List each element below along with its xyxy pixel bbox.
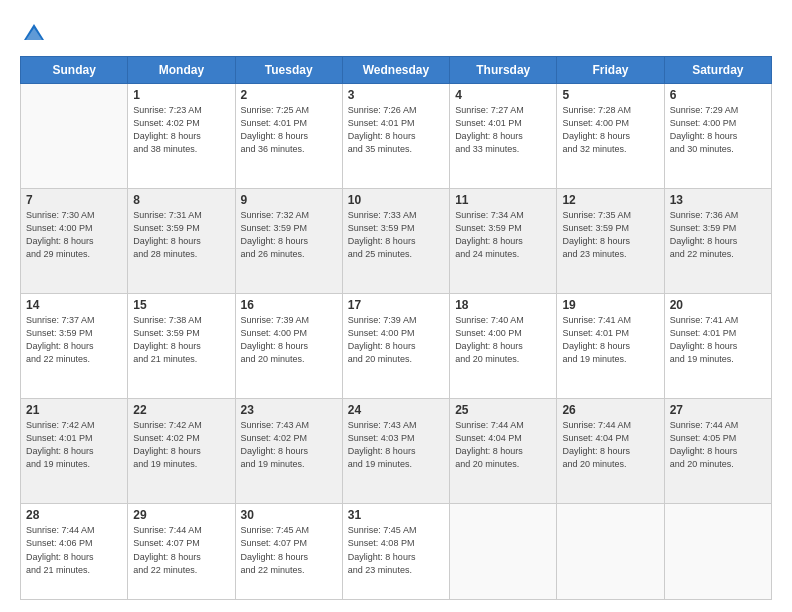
day-number: 15: [133, 298, 229, 312]
day-number: 17: [348, 298, 444, 312]
day-info: Sunrise: 7:27 AM Sunset: 4:01 PM Dayligh…: [455, 104, 551, 156]
calendar-cell: 22Sunrise: 7:42 AM Sunset: 4:02 PM Dayli…: [128, 399, 235, 504]
weekday-header-monday: Monday: [128, 57, 235, 84]
calendar-cell: 6Sunrise: 7:29 AM Sunset: 4:00 PM Daylig…: [664, 84, 771, 189]
logo-icon: [20, 20, 48, 48]
day-number: 1: [133, 88, 229, 102]
day-info: Sunrise: 7:44 AM Sunset: 4:06 PM Dayligh…: [26, 524, 122, 576]
calendar-cell: 14Sunrise: 7:37 AM Sunset: 3:59 PM Dayli…: [21, 294, 128, 399]
calendar-cell: 7Sunrise: 7:30 AM Sunset: 4:00 PM Daylig…: [21, 189, 128, 294]
calendar-cell: [664, 504, 771, 600]
day-info: Sunrise: 7:45 AM Sunset: 4:08 PM Dayligh…: [348, 524, 444, 576]
weekday-header-wednesday: Wednesday: [342, 57, 449, 84]
day-info: Sunrise: 7:44 AM Sunset: 4:04 PM Dayligh…: [455, 419, 551, 471]
day-number: 29: [133, 508, 229, 522]
day-info: Sunrise: 7:37 AM Sunset: 3:59 PM Dayligh…: [26, 314, 122, 366]
day-number: 19: [562, 298, 658, 312]
day-info: Sunrise: 7:42 AM Sunset: 4:01 PM Dayligh…: [26, 419, 122, 471]
day-info: Sunrise: 7:44 AM Sunset: 4:05 PM Dayligh…: [670, 419, 766, 471]
day-number: 4: [455, 88, 551, 102]
day-number: 6: [670, 88, 766, 102]
week-row-4: 21Sunrise: 7:42 AM Sunset: 4:01 PM Dayli…: [21, 399, 772, 504]
day-number: 2: [241, 88, 337, 102]
header: [20, 16, 772, 48]
calendar-cell: 25Sunrise: 7:44 AM Sunset: 4:04 PM Dayli…: [450, 399, 557, 504]
day-info: Sunrise: 7:26 AM Sunset: 4:01 PM Dayligh…: [348, 104, 444, 156]
calendar-cell: 16Sunrise: 7:39 AM Sunset: 4:00 PM Dayli…: [235, 294, 342, 399]
day-info: Sunrise: 7:43 AM Sunset: 4:02 PM Dayligh…: [241, 419, 337, 471]
calendar-cell: 15Sunrise: 7:38 AM Sunset: 3:59 PM Dayli…: [128, 294, 235, 399]
day-number: 13: [670, 193, 766, 207]
calendar-table: SundayMondayTuesdayWednesdayThursdayFrid…: [20, 56, 772, 600]
calendar-cell: 12Sunrise: 7:35 AM Sunset: 3:59 PM Dayli…: [557, 189, 664, 294]
calendar-cell: 29Sunrise: 7:44 AM Sunset: 4:07 PM Dayli…: [128, 504, 235, 600]
day-info: Sunrise: 7:33 AM Sunset: 3:59 PM Dayligh…: [348, 209, 444, 261]
day-number: 22: [133, 403, 229, 417]
calendar-cell: 5Sunrise: 7:28 AM Sunset: 4:00 PM Daylig…: [557, 84, 664, 189]
calendar-cell: 27Sunrise: 7:44 AM Sunset: 4:05 PM Dayli…: [664, 399, 771, 504]
day-info: Sunrise: 7:35 AM Sunset: 3:59 PM Dayligh…: [562, 209, 658, 261]
day-number: 30: [241, 508, 337, 522]
week-row-1: 1Sunrise: 7:23 AM Sunset: 4:02 PM Daylig…: [21, 84, 772, 189]
calendar-cell: 19Sunrise: 7:41 AM Sunset: 4:01 PM Dayli…: [557, 294, 664, 399]
logo: [20, 20, 52, 48]
weekday-header-sunday: Sunday: [21, 57, 128, 84]
day-number: 3: [348, 88, 444, 102]
weekday-header-thursday: Thursday: [450, 57, 557, 84]
calendar-cell: 18Sunrise: 7:40 AM Sunset: 4:00 PM Dayli…: [450, 294, 557, 399]
day-number: 9: [241, 193, 337, 207]
day-number: 31: [348, 508, 444, 522]
day-info: Sunrise: 7:42 AM Sunset: 4:02 PM Dayligh…: [133, 419, 229, 471]
day-info: Sunrise: 7:32 AM Sunset: 3:59 PM Dayligh…: [241, 209, 337, 261]
day-number: 8: [133, 193, 229, 207]
calendar-cell: 21Sunrise: 7:42 AM Sunset: 4:01 PM Dayli…: [21, 399, 128, 504]
weekday-header-saturday: Saturday: [664, 57, 771, 84]
day-number: 5: [562, 88, 658, 102]
day-number: 18: [455, 298, 551, 312]
calendar-cell: 24Sunrise: 7:43 AM Sunset: 4:03 PM Dayli…: [342, 399, 449, 504]
day-info: Sunrise: 7:29 AM Sunset: 4:00 PM Dayligh…: [670, 104, 766, 156]
calendar-cell: 10Sunrise: 7:33 AM Sunset: 3:59 PM Dayli…: [342, 189, 449, 294]
day-info: Sunrise: 7:30 AM Sunset: 4:00 PM Dayligh…: [26, 209, 122, 261]
calendar-cell: 17Sunrise: 7:39 AM Sunset: 4:00 PM Dayli…: [342, 294, 449, 399]
day-number: 28: [26, 508, 122, 522]
weekday-header-row: SundayMondayTuesdayWednesdayThursdayFrid…: [21, 57, 772, 84]
week-row-3: 14Sunrise: 7:37 AM Sunset: 3:59 PM Dayli…: [21, 294, 772, 399]
day-number: 21: [26, 403, 122, 417]
day-number: 26: [562, 403, 658, 417]
calendar-cell: 20Sunrise: 7:41 AM Sunset: 4:01 PM Dayli…: [664, 294, 771, 399]
day-info: Sunrise: 7:40 AM Sunset: 4:00 PM Dayligh…: [455, 314, 551, 366]
day-number: 20: [670, 298, 766, 312]
day-info: Sunrise: 7:39 AM Sunset: 4:00 PM Dayligh…: [348, 314, 444, 366]
weekday-header-friday: Friday: [557, 57, 664, 84]
calendar-cell: [450, 504, 557, 600]
day-info: Sunrise: 7:41 AM Sunset: 4:01 PM Dayligh…: [670, 314, 766, 366]
day-number: 16: [241, 298, 337, 312]
day-info: Sunrise: 7:43 AM Sunset: 4:03 PM Dayligh…: [348, 419, 444, 471]
day-number: 25: [455, 403, 551, 417]
day-number: 24: [348, 403, 444, 417]
day-number: 27: [670, 403, 766, 417]
day-number: 23: [241, 403, 337, 417]
day-info: Sunrise: 7:34 AM Sunset: 3:59 PM Dayligh…: [455, 209, 551, 261]
day-info: Sunrise: 7:25 AM Sunset: 4:01 PM Dayligh…: [241, 104, 337, 156]
calendar-cell: 1Sunrise: 7:23 AM Sunset: 4:02 PM Daylig…: [128, 84, 235, 189]
calendar-cell: 30Sunrise: 7:45 AM Sunset: 4:07 PM Dayli…: [235, 504, 342, 600]
day-info: Sunrise: 7:38 AM Sunset: 3:59 PM Dayligh…: [133, 314, 229, 366]
day-info: Sunrise: 7:23 AM Sunset: 4:02 PM Dayligh…: [133, 104, 229, 156]
week-row-5: 28Sunrise: 7:44 AM Sunset: 4:06 PM Dayli…: [21, 504, 772, 600]
calendar-cell: 11Sunrise: 7:34 AM Sunset: 3:59 PM Dayli…: [450, 189, 557, 294]
day-info: Sunrise: 7:39 AM Sunset: 4:00 PM Dayligh…: [241, 314, 337, 366]
calendar-cell: 4Sunrise: 7:27 AM Sunset: 4:01 PM Daylig…: [450, 84, 557, 189]
calendar-cell: [557, 504, 664, 600]
calendar-cell: 28Sunrise: 7:44 AM Sunset: 4:06 PM Dayli…: [21, 504, 128, 600]
day-number: 14: [26, 298, 122, 312]
calendar-cell: 3Sunrise: 7:26 AM Sunset: 4:01 PM Daylig…: [342, 84, 449, 189]
calendar-cell: 26Sunrise: 7:44 AM Sunset: 4:04 PM Dayli…: [557, 399, 664, 504]
day-number: 12: [562, 193, 658, 207]
page: SundayMondayTuesdayWednesdayThursdayFrid…: [0, 0, 792, 612]
calendar-cell: [21, 84, 128, 189]
day-number: 10: [348, 193, 444, 207]
day-info: Sunrise: 7:36 AM Sunset: 3:59 PM Dayligh…: [670, 209, 766, 261]
calendar-cell: 23Sunrise: 7:43 AM Sunset: 4:02 PM Dayli…: [235, 399, 342, 504]
